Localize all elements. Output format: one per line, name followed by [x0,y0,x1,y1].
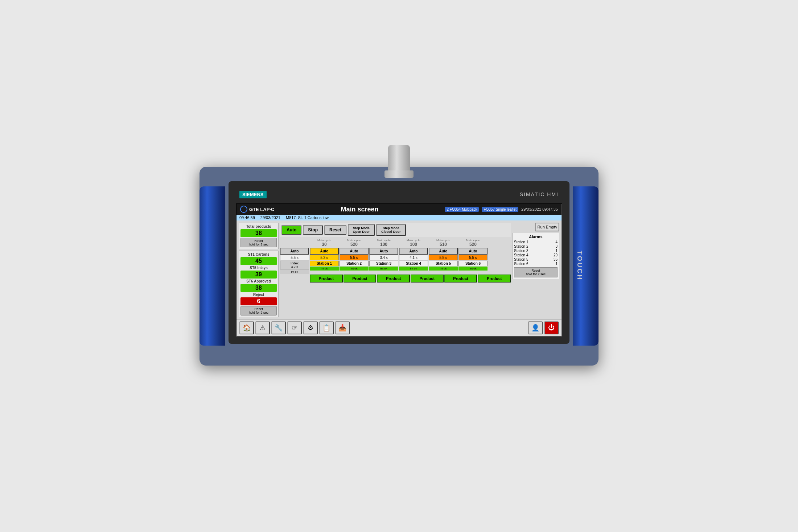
reset-button-1[interactable]: Resethold for 2 sec [240,238,277,247]
screen: GTE LAP·C Main screen 2 FO354 Multipack … [236,203,562,337]
station-3-time: 3.4 s [369,255,398,260]
station-5-auto-btn[interactable]: Auto [429,248,458,255]
station-2-time: 5.5 s [340,255,369,260]
station-6-name: Station 6 [458,261,488,266]
auto-button[interactable]: Auto [281,225,301,235]
step-mode-closed-button[interactable]: Step ModeClosed Door [376,224,406,236]
report-button[interactable]: 📋 [319,321,334,334]
reject-value: 6 [240,297,277,305]
product-btn-1[interactable]: Product [310,275,343,283]
product-btn-6[interactable]: Product [478,275,511,283]
hmi-datetime: 29/03/2021 09:47:35 [521,207,558,211]
station-2-col: Auto 5.5 s Station 2 Int ok [340,248,369,274]
st1-label: ST1 Cartons [240,252,277,256]
index-time: 5.5 s [280,255,309,260]
alarm-station-1-label: Station 1 [514,240,528,244]
reset-button[interactable]: Reset [324,225,346,235]
station-5-int-ok: Int ok [429,267,458,271]
gte-globe-icon [240,206,247,213]
hmi-topbar: GTE LAP·C Main screen 2 FO354 Multipack … [236,204,562,215]
home-button[interactable]: 🏠 [239,321,254,334]
fo-badge-2: FO357 Single leaflet [482,207,518,212]
siemens-logo: SIEMENS [239,191,267,198]
hmi-info: 2 FO354 Multipack FO357 Single leaflet 2… [445,207,558,212]
touch-label: TOUCH [576,251,584,281]
status-date: 29/03/2021 [260,215,280,220]
alarm-station-2-label: Station 2 [514,244,528,248]
alarms-reset-button[interactable]: Resethold for 2 sec [514,267,558,277]
alarm-station-4-label: Station 4 [514,253,528,257]
counters-panel: ST1 Cartons 45 ST5 Inlays 39 ST6 Approve… [239,251,279,317]
station-4-time: 4.1 s [399,255,428,260]
reject-label: Reject [240,293,277,297]
alarm-row-1: Station 1 4 [514,240,558,244]
hand-button[interactable]: ☞ [287,321,302,334]
alert-button[interactable]: ⚠ [255,321,270,334]
index-int-ok: Int ok [280,270,309,274]
product-btn-3[interactable]: Product [377,275,410,283]
station-col-header-0: Main cycle 30 [310,239,339,247]
alarm-station-3-count: 1 [555,249,558,253]
left-panel: Total products 38 Resethold for 2 sec ST… [239,223,279,317]
tools-button[interactable]: 🔧 [271,321,286,334]
station-1-name: Station 1 [310,261,339,266]
station-2-auto-btn[interactable]: Auto [340,248,369,255]
download-button[interactable]: 📥 [335,321,350,334]
simatic-label: SIMATIC HMI [520,191,559,197]
total-products-panel: Total products 38 Resethold for 2 sec [239,223,279,249]
alarm-row-5: Station 5 35 [514,257,558,261]
fo-badge-1: 2 FO354 Multipack [445,207,479,212]
right-handle: TOUCH [573,186,598,345]
station-3-col: Auto 3.4 s Station 3 Int ok [369,248,398,274]
main-content: Total products 38 Resethold for 2 sec ST… [236,220,562,319]
alarm-row-6: Station 6 1 [514,262,558,266]
station-3-int-ok: Int ok [369,267,398,271]
index-auto-btn[interactable]: Auto [280,248,309,255]
gte-logo-text: GTE LAP·C [249,207,274,212]
station-2-int-ok: Int ok [340,267,369,271]
station-col-header-2: Main cycle 100 [369,239,398,247]
st6-value: 38 [240,284,277,292]
reset-button-2[interactable]: Resethold for 2 sec [240,306,277,316]
station-4-auto-btn[interactable]: Auto [399,248,428,255]
station-3-auto-btn[interactable]: Auto [369,248,398,255]
status-message: M817: St.-1 Cartons low [286,215,329,220]
alarm-station-2-count: 3 [555,244,558,248]
alarm-station-1-count: 4 [555,240,558,244]
station-col-header-5: Main cycle 520 [458,239,488,247]
product-btn-2[interactable]: Product [344,275,377,283]
product-btn-4[interactable]: Product [411,275,444,283]
hmi-title: Main screen [341,206,378,213]
station-1-auto-btn[interactable]: Auto [310,248,339,255]
station-2-name: Station 2 [340,261,369,266]
status-bar: 09:46:59 29/03/2021 M817: St.-1 Cartons … [236,215,562,220]
person-button[interactable]: 👤 [528,321,543,334]
product-btn-5[interactable]: Product [444,275,477,283]
alarm-row-2: Station 2 3 [514,244,558,248]
station-6-auto-btn[interactable]: Auto [458,248,488,255]
step-mode-open-button[interactable]: Step ModeOpen Door [348,224,375,236]
bezel-header: SIEMENS SIMATIC HMI [236,189,562,201]
stop-button[interactable]: Stop [303,225,323,235]
st5-value: 39 [240,271,277,279]
station-6-time: 5.5 s [458,255,488,260]
station-1-col: Auto 5.2 s Station 1 Int ok [310,248,339,274]
station-4-col: Auto 4.1 s Station 4 Int ok [399,248,428,274]
station-4-name: Station 4 [399,261,428,266]
station-6-col: Auto 5.5 s Station 6 Int ok [458,248,488,274]
top-connector [388,145,410,174]
settings-button[interactable]: ⚙ [303,321,318,334]
right-panel: Run Empty Alarms Station 1 4 Station 2 3 [512,223,559,317]
left-handle [200,186,225,345]
alarm-station-6-count: 1 [555,262,558,266]
st5-label: ST5 Inlays [240,266,277,270]
status-time: 09:46:59 [239,215,255,220]
stations-row: Auto 5.5 s Index3.2 s Int ok Auto 5.2 s … [280,248,511,274]
station-col-header-4: Main cycle 510 [429,239,458,247]
station-col-header-1: Main cycle 520 [340,239,369,247]
run-empty-button[interactable]: Run Empty [535,223,559,231]
station-1-time: 5.2 s [310,255,339,260]
st6-label: ST6 Approved [240,279,277,283]
power-button[interactable]: ⏻ [544,321,559,334]
station-6-int-ok: Int ok [458,267,488,271]
